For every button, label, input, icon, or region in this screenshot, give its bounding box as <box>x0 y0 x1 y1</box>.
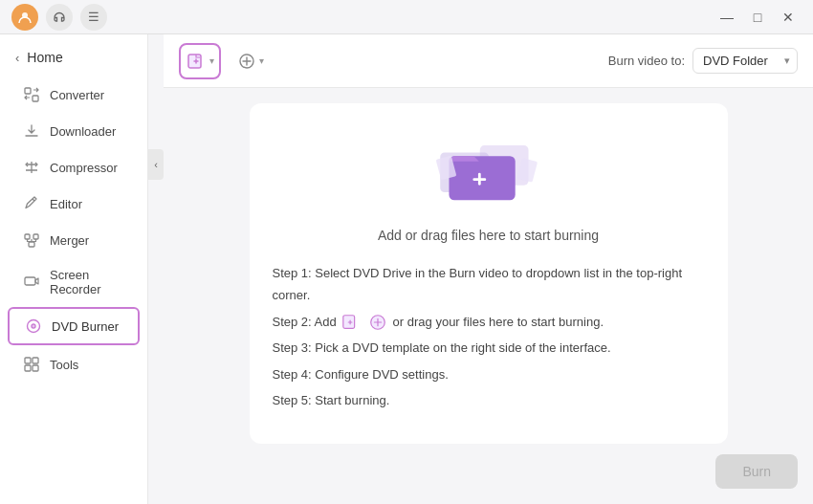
step5: Step 5: Start burning. <box>273 389 705 411</box>
svg-rect-7 <box>25 277 35 285</box>
folder-illustration <box>431 126 546 212</box>
burn-video-label: Burn video to: <box>608 54 685 68</box>
burn-button[interactable]: Burn <box>715 454 798 489</box>
converter-icon <box>23 86 40 103</box>
titlebar-left-controls: ☰ <box>11 4 107 31</box>
svg-rect-2 <box>33 96 38 101</box>
close-button[interactable]: ✕ <box>775 4 802 31</box>
svg-rect-3 <box>25 234 30 239</box>
sidebar-item-converter[interactable]: Converter <box>8 77 140 112</box>
svg-rect-19 <box>449 156 515 200</box>
sidebar: ‹ Home Converter Downloader <box>0 34 148 504</box>
merger-label: Merger <box>50 233 89 248</box>
sidebar-item-compressor[interactable]: Compressor <box>8 150 140 185</box>
svg-rect-5 <box>29 242 34 247</box>
home-nav[interactable]: ‹ Home <box>0 42 147 77</box>
add-source-chevron: ▾ <box>259 55 264 66</box>
sidebar-item-downloader[interactable]: Downloader <box>8 114 140 148</box>
svg-rect-21 <box>472 178 486 181</box>
add-file-chevron: ▾ <box>209 55 214 66</box>
step2: Step 2: Add <box>273 311 705 333</box>
step2-add-source-icon <box>368 313 387 332</box>
sidebar-item-merger[interactable]: Merger <box>8 223 140 257</box>
drop-label: Add or drag files here to start burning <box>378 228 599 243</box>
svg-rect-11 <box>25 358 31 363</box>
step4: Step 4: Configure DVD settings. <box>273 363 705 385</box>
add-file-button[interactable]: ▾ <box>179 43 221 79</box>
burn-video-to-control: Burn video to: DVD Folder DVD Disc ISO F… <box>608 48 798 74</box>
burn-select-wrapper: DVD Folder DVD Disc ISO File ▾ <box>692 48 798 74</box>
titlebar: ☰ — □ ✕ <box>0 0 813 34</box>
sidebar-collapse-button[interactable]: ‹ <box>148 149 164 180</box>
drop-zone[interactable]: Add or drag files here to start burning … <box>250 103 728 444</box>
avatar-icon[interactable] <box>11 4 38 31</box>
step3: Step 3: Pick a DVD template on the right… <box>273 337 705 359</box>
screen-recorder-label: Screen Recorder <box>50 268 124 296</box>
screen-recorder-icon <box>23 274 40 291</box>
home-label: Home <box>27 50 62 65</box>
step2-add-file-icon <box>341 313 361 332</box>
main-content: ▾ ▾ Burn video to: DVD Folder DVD Disc I… <box>164 34 813 504</box>
sidebar-item-editor[interactable]: Editor <box>8 186 140 221</box>
merger-icon <box>23 231 40 249</box>
compressor-icon <box>23 159 40 176</box>
toolbar: ▾ ▾ Burn video to: DVD Folder DVD Disc I… <box>164 34 813 88</box>
content-area: Add or drag files here to start burning … <box>164 88 813 458</box>
svg-rect-4 <box>33 234 38 239</box>
downloader-icon <box>23 122 40 140</box>
burn-video-select[interactable]: DVD Folder DVD Disc ISO File <box>692 48 798 74</box>
svg-rect-13 <box>25 365 31 371</box>
app-body: ‹ Home Converter Downloader <box>0 34 813 504</box>
downloader-label: Downloader <box>50 124 116 139</box>
sidebar-item-screen-recorder[interactable]: Screen Recorder <box>8 259 140 305</box>
menu-icon[interactable]: ☰ <box>80 4 107 31</box>
sidebar-item-tools[interactable]: Tools <box>8 347 140 382</box>
tools-icon <box>23 356 40 373</box>
svg-rect-12 <box>33 358 38 363</box>
svg-rect-1 <box>25 88 31 94</box>
tools-label: Tools <box>50 358 78 372</box>
svg-point-10 <box>33 325 34 327</box>
headset-icon[interactable] <box>46 4 73 31</box>
maximize-button[interactable]: □ <box>744 4 771 31</box>
minimize-button[interactable]: — <box>714 4 740 31</box>
add-source-button[interactable]: ▾ <box>229 43 271 79</box>
window-controls: — □ ✕ <box>714 4 802 31</box>
editor-label: Editor <box>50 197 82 211</box>
dvd-burner-label: DVD Burner <box>52 319 119 334</box>
svg-rect-14 <box>33 365 38 371</box>
main-footer: Burn <box>164 458 813 504</box>
compressor-label: Compressor <box>50 161 118 175</box>
dvd-burner-icon <box>25 318 42 335</box>
editor-icon <box>23 195 40 212</box>
sidebar-item-dvd-burner[interactable]: DVD Burner <box>8 307 140 345</box>
step1: Step 1: Select DVD Drive in the Burn vid… <box>273 262 705 307</box>
back-arrow-icon: ‹ <box>15 51 19 65</box>
converter-label: Converter <box>50 88 104 102</box>
instructions: Step 1: Select DVD Drive in the Burn vid… <box>273 262 705 415</box>
